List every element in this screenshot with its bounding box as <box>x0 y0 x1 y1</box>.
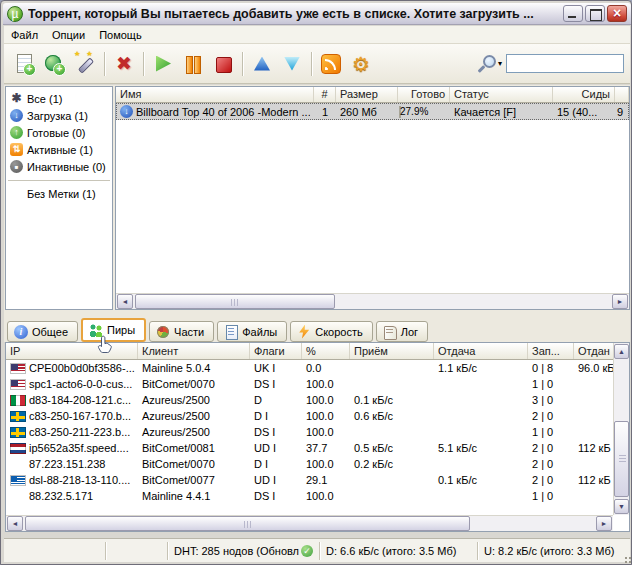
torrent-column-header[interactable]: Сиды <box>553 87 615 102</box>
peer-row[interactable]: ip5652a35f.speed....BitComet/0081UD I37.… <box>6 440 629 456</box>
peer-row[interactable]: c83-250-167-170.b...Azureus/2500D I100.0… <box>6 408 629 424</box>
peer-flags: DS I <box>250 376 302 392</box>
peer-ip: c83-250-211-223.b... <box>29 424 130 440</box>
peer-row[interactable]: CPE00b0d0bf3586-...Mainline 5.0.4UK I0.0… <box>6 360 629 376</box>
torrent-list: Имя#РазмерГотовоСтатусСиды Billboard Top… <box>115 86 630 310</box>
scroll-right-icon[interactable]: ► <box>596 516 612 531</box>
utorrent-logo-icon <box>7 6 23 22</box>
sidebar-item-active[interactable]: Активные (1) <box>6 141 112 158</box>
category-sidebar: Все (1)Загрузка (1)Готовые (0)Активные (… <box>5 86 113 310</box>
peer-row[interactable]: d83-184-208-121.c...Azureus/2500D100.00.… <box>6 392 629 408</box>
peer-row[interactable]: c83-250-211-223.b...Azureus/2500DS I100.… <box>6 424 629 440</box>
add-from-url-button[interactable] <box>40 50 70 78</box>
tab-info[interactable]: Общее <box>7 321 78 342</box>
peer-percent: 29.1 <box>302 472 350 488</box>
minimize-button[interactable] <box>563 5 583 22</box>
up-icon <box>251 53 273 75</box>
rss-downloader-button[interactable] <box>316 50 346 78</box>
tab-label: Файлы <box>242 326 277 338</box>
peer-flags: D I <box>250 408 302 424</box>
torrent-peers-partial: 9 <box>615 106 629 118</box>
title-bar[interactable]: Торрент, который Вы пытаетесь добавить у… <box>3 3 631 25</box>
menu-item-2[interactable]: Помощь <box>92 27 149 43</box>
country-flag-icon <box>10 411 26 422</box>
peers-column-header[interactable]: % <box>302 343 350 359</box>
peer-row[interactable]: dsl-88-218-13-110....BitComet/0077UD I29… <box>6 472 629 488</box>
maximize-button[interactable] <box>585 5 605 22</box>
close-button[interactable] <box>607 5 627 22</box>
torrent-column-header[interactable]: Размер <box>336 87 398 102</box>
tab-log[interactable]: Лог <box>376 321 428 342</box>
torrent-row[interactable]: Billboard Top 40 of 2006 -Modern ... 1 2… <box>116 103 629 120</box>
torrent-column-header[interactable]: Готово <box>398 87 450 102</box>
peer-flags: D I <box>250 456 302 472</box>
scroll-up-icon[interactable]: ▲ <box>614 344 629 359</box>
scroll-left-icon[interactable]: ◄ <box>7 516 23 531</box>
peers-column-header[interactable]: Приём <box>350 343 434 359</box>
tab-speed[interactable]: Скорость <box>290 321 373 342</box>
sidebar-item-inactive[interactable]: Инактивные (0) <box>6 158 112 175</box>
hscroll-thumb[interactable] <box>25 516 470 531</box>
peer-percent: 100.0 <box>302 488 350 504</box>
peer-row[interactable]: 88.232.5.171Mainline 4.4.1DS I100.01 | 0 <box>6 488 629 504</box>
torrent-column-header[interactable]: Имя <box>116 87 314 102</box>
stop-torrent-button[interactable] <box>208 50 238 78</box>
peer-flags: DS I <box>250 424 302 440</box>
torrent-list-header: Имя#РазмерГотовоСтатусСиды <box>116 87 629 103</box>
peer-requests: 2 | 0 <box>528 440 574 456</box>
info-icon <box>14 325 28 339</box>
peers-column-header[interactable]: Зап... <box>528 343 574 359</box>
start-torrent-button[interactable] <box>148 50 178 78</box>
hscroll-thumb[interactable] <box>135 294 335 309</box>
peers-column-header[interactable]: Флаги <box>250 343 302 359</box>
search-input[interactable] <box>506 54 624 73</box>
menu-item-0[interactable]: Файл <box>4 27 45 43</box>
peer-client: BitComet/0070 <box>138 376 250 392</box>
peer-row[interactable]: 87.223.151.238BitComet/0070D I100.00.2 к… <box>6 456 629 472</box>
peers-column-header[interactable]: Отдача <box>434 343 528 359</box>
remove-torrent-button[interactable] <box>109 50 139 78</box>
country-flag-icon <box>10 443 26 454</box>
peers-column-header[interactable]: IP <box>6 343 138 359</box>
peer-flags: D <box>250 392 302 408</box>
peers-vscrollbar[interactable]: ▲ ▼ <box>613 343 629 515</box>
torrent-column-header[interactable]: Статус <box>450 87 553 102</box>
create-torrent-button[interactable] <box>70 50 100 78</box>
peer-row[interactable]: spc1-acto6-0-0-cus...BitComet/0070DS I10… <box>6 376 629 392</box>
sidebar-item-no-label[interactable]: Без Метки (1) <box>6 186 112 203</box>
status-panel-empty-1 <box>4 542 106 560</box>
torrent-column-header[interactable] <box>615 87 629 102</box>
tab-label: Общее <box>32 326 68 338</box>
add-torrent-button[interactable] <box>10 50 40 78</box>
peer-ip: 88.232.5.171 <box>29 488 93 504</box>
country-flag-icon <box>10 427 26 438</box>
peer-up-speed: 5.1 кБ/с <box>434 440 528 456</box>
torrent-column-header[interactable]: # <box>314 87 336 102</box>
search-icon[interactable] <box>476 54 496 74</box>
peer-percent: 100.0 <box>302 376 350 392</box>
sidebar-item-completed[interactable]: Готовые (0) <box>6 124 112 141</box>
scroll-right-icon[interactable]: ► <box>612 294 628 309</box>
pause-torrent-button[interactable] <box>178 50 208 78</box>
search-dropdown-icon[interactable] <box>498 59 502 68</box>
peer-requests: 2 | 0 <box>528 456 574 472</box>
sidebar-item-label: Загрузка (1) <box>27 110 88 122</box>
peers-hscrollbar[interactable]: ◄ ► <box>6 515 613 531</box>
tab-pieces[interactable]: Части <box>149 321 214 342</box>
menu-item-1[interactable]: Опции <box>45 27 92 43</box>
sidebar-item-all[interactable]: Все (1) <box>6 90 112 107</box>
peer-ip: d83-184-208-121.c... <box>29 392 131 408</box>
peers-column-header[interactable]: Клиент <box>138 343 250 359</box>
peer-client: BitComet/0070 <box>138 456 250 472</box>
scroll-left-icon[interactable]: ◄ <box>117 294 133 309</box>
vscroll-thumb[interactable] <box>614 421 629 497</box>
preferences-button[interactable] <box>346 50 376 78</box>
queue-up-button[interactable] <box>247 50 277 78</box>
torrent-list-hscrollbar[interactable]: ◄ ► <box>116 293 629 309</box>
tab-files[interactable]: Файлы <box>217 321 287 342</box>
sidebar-item-downloading[interactable]: Загрузка (1) <box>6 107 112 124</box>
resize-grip[interactable] <box>625 557 627 559</box>
queue-down-button[interactable] <box>277 50 307 78</box>
peer-percent: 37.7 <box>302 440 350 456</box>
scroll-down-icon[interactable]: ▼ <box>614 499 629 514</box>
